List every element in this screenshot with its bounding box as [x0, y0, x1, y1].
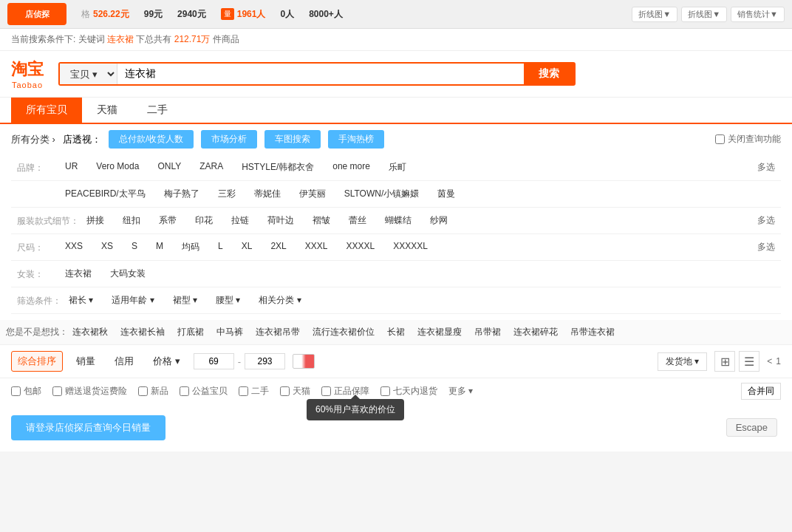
all-categories[interactable]: 所有分类 ›	[11, 133, 55, 146]
brand-yifuli[interactable]: 伊芙丽	[292, 185, 333, 202]
brand-meizi[interactable]: 梅子熟了	[157, 185, 207, 202]
style-liantiao[interactable]: 拉链	[224, 212, 256, 229]
brand-ur[interactable]: UR	[58, 159, 85, 176]
brand-onemore[interactable]: one more	[325, 159, 378, 176]
sug-7[interactable]: 连衣裙显瘦	[413, 324, 466, 340]
brand-dini[interactable]: 蒂妮佳	[247, 185, 288, 202]
condition-skirt-type[interactable]: 裙型 ▾	[165, 292, 205, 309]
filter-btn-payment[interactable]: 总付款/收货人数	[109, 130, 194, 149]
women-plussize[interactable]: 大码女装	[103, 265, 153, 282]
size-m[interactable]: M	[148, 239, 171, 256]
sug-6[interactable]: 长裙	[383, 324, 409, 340]
brand-veromoda[interactable]: Vero Moda	[89, 159, 146, 176]
style-leisi[interactable]: 蕾丝	[341, 212, 374, 229]
style-hudiejie[interactable]: 蝴蝶结	[378, 212, 419, 229]
sug-3[interactable]: 中马裤	[212, 324, 248, 340]
sug-1[interactable]: 连衣裙长袖	[116, 324, 169, 340]
ship-button[interactable]: 发货地 ▾	[658, 352, 707, 371]
condition-age[interactable]: 适用年龄 ▾	[104, 292, 161, 309]
brand-peacebird[interactable]: PEACEBIRD/太平鸟	[58, 185, 153, 202]
sug-10[interactable]: 吊带连衣裙	[566, 324, 619, 340]
tab-tmall[interactable]: 天猫	[82, 98, 132, 123]
grid-view-btn[interactable]: ⊞	[714, 351, 735, 372]
style-pinjie[interactable]: 拼接	[79, 212, 112, 229]
women-dress[interactable]: 连衣裙	[58, 265, 99, 282]
check-secondhand-input[interactable]	[239, 386, 248, 396]
tab-all[interactable]: 所有宝贝	[11, 98, 82, 123]
brand-yinman[interactable]: 茵曼	[430, 185, 462, 202]
more-btn[interactable]: 更多 ▾	[448, 385, 473, 398]
filter-btn-cart[interactable]: 车图搜索	[264, 130, 321, 149]
check-authentic-input[interactable]	[321, 386, 331, 396]
sug-9[interactable]: 连衣裙碎花	[509, 324, 562, 340]
brand-sltown[interactable]: SLTOWN/小镇嫲嬛	[337, 185, 427, 202]
check-return-insurance-input[interactable]	[52, 386, 62, 396]
style-zhezhou[interactable]: 褶皱	[305, 212, 338, 229]
size-more[interactable]: 多选	[757, 239, 775, 253]
search-category-select[interactable]: 宝贝 ▾	[60, 64, 117, 84]
size-xxxl[interactable]: XXXL	[298, 239, 335, 256]
check-7day-return-input[interactable]	[380, 386, 390, 396]
close-check-input[interactable]	[715, 134, 725, 144]
search-button[interactable]: 搜索	[524, 64, 574, 84]
condition-related-cat[interactable]: 相关分类 ▾	[251, 292, 308, 309]
sort-credit[interactable]: 信用	[109, 352, 140, 371]
style-niukou[interactable]: 纽扣	[115, 212, 148, 229]
sort-price[interactable]: 价格 ▾	[147, 352, 186, 371]
page-arrow[interactable]: <	[767, 356, 772, 366]
size-xxxxl[interactable]: XXXXL	[338, 239, 382, 256]
style-heye[interactable]: 荷叶边	[260, 212, 301, 229]
sug-4[interactable]: 连衣裙吊带	[251, 324, 304, 340]
check-7day-return[interactable]: 七天内退货	[380, 385, 437, 398]
size-xl[interactable]: XL	[234, 239, 260, 256]
style-xidai[interactable]: 系带	[151, 212, 184, 229]
check-tmall[interactable]: 天猫	[280, 385, 310, 398]
sort-comprehensive[interactable]: 综合排序	[11, 351, 63, 372]
size-uniform[interactable]: 均码	[174, 239, 207, 256]
check-return-insurance[interactable]: 赠送退货运费险	[52, 385, 127, 398]
search-count-link[interactable]: 212.71万	[174, 34, 211, 44]
check-secondhand[interactable]: 二手	[239, 385, 269, 398]
login-query-button[interactable]: 请登录店侦探后查询今日销量	[11, 415, 165, 440]
list-view-btn[interactable]: ☰	[739, 351, 759, 372]
condition-skirt-length[interactable]: 裙长 ▾	[61, 292, 100, 309]
escape-label[interactable]: Escape	[726, 418, 777, 437]
check-new[interactable]: 新品	[138, 385, 168, 398]
check-authentic[interactable]: 正品保障	[321, 385, 369, 398]
price-to-input[interactable]	[245, 353, 285, 369]
condition-waist[interactable]: 腰型 ▾	[208, 292, 248, 309]
style-yinhua[interactable]: 印花	[188, 212, 220, 229]
brand-sancai[interactable]: 三彩	[211, 185, 243, 202]
search-keyword-link[interactable]: 连衣裙	[107, 34, 134, 44]
size-xxs[interactable]: XXS	[58, 239, 90, 256]
size-xs[interactable]: XS	[94, 239, 120, 256]
brand-hstyle[interactable]: HSTYLE/韩都衣舍	[234, 159, 321, 176]
sug-2[interactable]: 打底裙	[173, 324, 208, 340]
check-free-shipping-input[interactable]	[11, 386, 21, 396]
style-shawang[interactable]: 纱网	[423, 212, 455, 229]
top-btn-chart1[interactable]: 折线图▼	[632, 7, 677, 22]
check-tmall-input[interactable]	[280, 386, 290, 396]
brand-more[interactable]: 多选	[757, 159, 775, 174]
size-l[interactable]: L	[211, 239, 231, 256]
style-more[interactable]: 多选	[757, 212, 775, 227]
price-from-input[interactable]	[194, 353, 234, 369]
check-charity[interactable]: 公益宝贝	[180, 385, 228, 398]
check-charity-input[interactable]	[180, 386, 189, 396]
sort-sales[interactable]: 销量	[70, 352, 101, 371]
brand-leting[interactable]: 乐町	[381, 159, 414, 176]
check-free-shipping[interactable]: 包邮	[11, 385, 41, 398]
merge-button[interactable]: 合并同	[741, 383, 781, 400]
tab-secondhand[interactable]: 二手	[132, 98, 182, 123]
color-swatch[interactable]	[293, 354, 315, 369]
sug-0[interactable]: 连衣裙秋	[68, 324, 112, 340]
size-2xl[interactable]: 2XL	[263, 239, 293, 256]
top-btn-sales[interactable]: 销售统计▼	[731, 7, 785, 22]
size-s[interactable]: S	[124, 239, 145, 256]
sug-5[interactable]: 流行连衣裙价位	[308, 324, 379, 340]
brand-zara[interactable]: ZARA	[192, 159, 231, 176]
sug-8[interactable]: 吊带裙	[470, 324, 505, 340]
top-btn-chart2[interactable]: 折线图▼	[681, 7, 727, 22]
check-new-input[interactable]	[138, 386, 148, 396]
search-input[interactable]	[117, 64, 524, 84]
